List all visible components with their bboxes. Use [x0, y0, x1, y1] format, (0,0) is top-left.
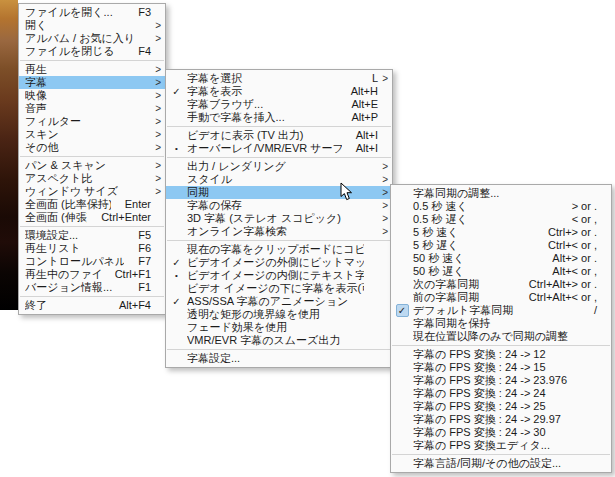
menu-item[interactable]: 映像> [19, 89, 165, 102]
main-context-menu: ファイルを開く...F3開く>アルバム / お気に入り>ファイルを閉じるF4再生… [18, 3, 166, 315]
menu-item[interactable]: 字幕の FPS 変換 : 24 -> 23.976 [391, 374, 611, 387]
menu-item[interactable]: 開く> [19, 19, 165, 32]
menu-item[interactable]: 字幕の FPS 変換エディタ... [391, 439, 611, 452]
menu-item[interactable]: ウィンドウ サイズ> [19, 185, 165, 198]
menu-item[interactable]: •オーバーレイ/VMR/EVR サーフェスに表示Alt+I [166, 142, 392, 155]
menu-item[interactable]: 字幕の FPS 変換 : 24 -> 24 [391, 387, 611, 400]
menu-item[interactable]: 全画面 (比率保持)Enter [19, 198, 165, 211]
menu-item[interactable]: 0.5 秒 速く> or . [391, 200, 611, 213]
menu-separator [20, 296, 164, 297]
menu-item[interactable]: スキン> [19, 128, 165, 141]
menu-item-shortcut: Enter [125, 198, 151, 211]
menu-item[interactable]: 字幕言語/同期/その他の設定... [391, 457, 611, 470]
menu-item-label: 環境設定... [25, 229, 124, 242]
menu-item-label: 出力 / レンダリング [187, 160, 364, 173]
menu-item[interactable]: ファイルを開く...F3 [19, 6, 165, 19]
submenu-arrow-icon: > [378, 186, 388, 199]
submenu-arrow-icon: > [151, 19, 161, 32]
menu-item[interactable]: 再生> [19, 63, 165, 76]
menu-item-label: 字幕同期を保持 [413, 317, 583, 330]
menu-item-shortcut: Alt+E [351, 98, 378, 111]
menu-item-label: 前の字幕同期 [413, 291, 515, 304]
menu-item[interactable]: ビデオ イメージの下に字幕を表示(可能な場合) [166, 282, 392, 295]
menu-item[interactable]: 音声> [19, 102, 165, 115]
menu-separator [20, 226, 164, 227]
menu-item[interactable]: 字幕の FPS 変換 : 24 -> 30 [391, 426, 611, 439]
menu-item[interactable]: 5 秒 速くCtrl+> or . [391, 226, 611, 239]
menu-item[interactable]: 全画面 (伸張)Ctrl+Enter [19, 211, 165, 224]
menu-item-label: 字幕同期の調整... [413, 187, 583, 200]
menu-item[interactable]: 前の字幕同期Ctrl+Alt+< or , [391, 291, 611, 304]
menu-item[interactable]: アスペクト比> [19, 172, 165, 185]
menu-item-label: 字幕を選択 [187, 72, 358, 85]
menu-item-label: 字幕の FPS 変換 : 24 -> 29.97 [413, 413, 583, 426]
menu-item[interactable]: 環境設定...F5 [19, 229, 165, 242]
menu-item[interactable]: 次の字幕同期Ctrl+Alt+> or . [391, 278, 611, 291]
menu-item[interactable]: 字幕> [19, 76, 165, 89]
menu-item[interactable]: 字幕同期を保持 [391, 317, 611, 330]
sync-submenu: 字幕同期の調整...0.5 秒 速く> or .0.5 秒 遅く< or ,5 … [390, 184, 612, 473]
menu-item[interactable]: ✓ASS/SSA 字幕のアニメーション [166, 295, 392, 308]
menu-item[interactable]: ✓デフォルト字幕同期/ [391, 304, 611, 317]
menu-item[interactable]: 3D 字幕 (ステレオ スコピック)> [166, 212, 392, 225]
menu-item[interactable]: VMR/EVR 字幕のスムーズ出力 [166, 334, 392, 347]
subtitle-submenu: 字幕を選択L>✓字幕を表示Alt+H字幕ブラウザ...Alt+E手動で字幕を挿入… [165, 69, 393, 368]
menu-item[interactable]: 字幕ブラウザ...Alt+E [166, 98, 392, 111]
menu-item[interactable]: 出力 / レンダリング> [166, 160, 392, 173]
menu-item[interactable]: 字幕の FPS 変換 : 24 -> 29.97 [391, 413, 611, 426]
menu-separator [167, 349, 391, 350]
checkmark-icon: ✓ [172, 258, 180, 268]
menu-item[interactable]: 字幕設定... [166, 352, 392, 365]
menu-item-label: 次の字幕同期 [413, 278, 515, 291]
menu-item[interactable]: ✓ビデオイメージの外側にビットマップ字幕を表示 [166, 256, 392, 269]
menu-item-shortcut: Ctrl+F1 [115, 268, 151, 281]
menu-item[interactable]: 5 秒 遅くCtrl+< or , [391, 239, 611, 252]
menu-separator [20, 156, 164, 157]
menu-item-label: 字幕の FPS 変換 : 24 -> 12 [413, 348, 583, 361]
menu-item-label: 終了 [25, 299, 105, 312]
menu-item[interactable]: 50 秒 遅くAlt+< or , [391, 265, 611, 278]
menu-item[interactable]: •ビデオイメージの内側にテキスト字幕を表示 [166, 269, 392, 282]
menu-item[interactable]: ✓字幕を表示Alt+H [166, 85, 392, 98]
menu-item[interactable]: 字幕の FPS 変換 : 24 -> 15 [391, 361, 611, 374]
menu-item[interactable]: フィルター> [19, 115, 165, 128]
menu-item[interactable]: 現在位置以降のみで同期の調整 [391, 330, 611, 343]
menu-item[interactable]: その他> [19, 141, 165, 154]
menu-item[interactable]: ビデオに表示 (TV 出力)Alt+I [166, 129, 392, 142]
menu-item[interactable]: 現在の字幕をクリップボードにコピー [166, 243, 392, 256]
menu-item-label: 字幕の FPS 変換 : 24 -> 25 [413, 400, 583, 413]
submenu-arrow-icon: > [151, 115, 161, 128]
menu-item[interactable]: パン & スキャン> [19, 159, 165, 172]
menu-item[interactable]: 字幕の保存> [166, 199, 392, 212]
menu-item[interactable]: 字幕を選択L> [166, 72, 392, 85]
menu-item-shortcut: Ctrl+Alt+> or . [529, 278, 597, 291]
menu-item[interactable]: コントロールパネル...F7 [19, 255, 165, 268]
menu-item[interactable]: 同期> [166, 186, 392, 199]
submenu-arrow-icon: > [151, 128, 161, 141]
menu-item[interactable]: 透明な矩形の境界線を使用 [166, 308, 392, 321]
menu-item[interactable]: 再生中のファイル情報...Ctrl+F1 [19, 268, 165, 281]
menu-item[interactable]: 字幕の FPS 変換 : 24 -> 25 [391, 400, 611, 413]
menu-item[interactable]: オンライン字幕検索> [166, 225, 392, 238]
menu-item[interactable]: 字幕の FPS 変換 : 24 -> 12 [391, 348, 611, 361]
menu-item[interactable]: 再生リストF6 [19, 242, 165, 255]
menu-item[interactable]: スタイル> [166, 173, 392, 186]
menu-item[interactable]: 50 秒 速くAlt+> or . [391, 252, 611, 265]
submenu-arrow-icon: > [151, 159, 161, 172]
menu-item[interactable]: ファイルを閉じるF4 [19, 45, 165, 58]
menu-item-label: 現在位置以降のみで同期の調整 [413, 330, 583, 343]
menu-item[interactable]: 手動で字幕を挿入...Alt+P [166, 111, 392, 124]
menu-item[interactable]: フェード効果を使用 [166, 321, 392, 334]
menu-item[interactable]: バージョン情報...F1 [19, 281, 165, 294]
menu-item[interactable]: 字幕同期の調整... [391, 187, 611, 200]
menu-separator [167, 157, 391, 158]
menu-item-shortcut: F4 [138, 45, 151, 58]
menu-item[interactable]: 終了Alt+F4 [19, 299, 165, 312]
menu-item-label: ファイルを開く... [25, 6, 124, 19]
submenu-arrow-icon: > [151, 63, 161, 76]
menu-item-label: VMR/EVR 字幕のスムーズ出力 [187, 334, 364, 347]
item-state-gutter: ✓ [166, 258, 187, 268]
menu-item[interactable]: アルバム / お気に入り> [19, 32, 165, 45]
menu-item[interactable]: 0.5 秒 遅く< or , [391, 213, 611, 226]
menu-item-label: 字幕の FPS 変換 : 24 -> 24 [413, 387, 583, 400]
